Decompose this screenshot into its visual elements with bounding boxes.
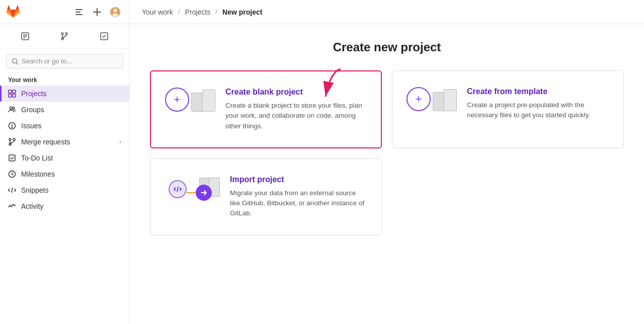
- search-placeholder: Search or go to...: [22, 57, 72, 65]
- issues-icon: [8, 122, 16, 130]
- svg-point-10: [61, 33, 63, 35]
- projects-icon: [8, 90, 16, 98]
- sidebar-item-projects[interactable]: Projects: [0, 86, 129, 102]
- svg-point-23: [12, 127, 12, 127]
- svg-rect-1: [75, 12, 80, 13]
- svg-point-20: [13, 107, 15, 109]
- svg-point-4: [114, 9, 117, 12]
- sidebar-toggle-button[interactable]: [71, 4, 87, 20]
- breadcrumb-separator-1: /: [178, 8, 180, 16]
- sidebar-item-snippets[interactable]: Snippets: [0, 182, 129, 198]
- blank-project-plus-circle: +: [165, 88, 189, 112]
- sidebar-item-issues[interactable]: Issues: [0, 118, 129, 134]
- breadcrumb-current: New project: [222, 8, 262, 16]
- svg-point-24: [9, 138, 11, 140]
- arrow-right-icon: [200, 189, 207, 196]
- svg-point-5: [113, 13, 118, 17]
- blank-project-title: Create blank project: [225, 88, 367, 97]
- your-work-section-label: Your work: [0, 73, 129, 86]
- sidebar: Search or go to... Your work Projects Gr…: [0, 0, 130, 324]
- sidebar-item-todo-list[interactable]: To-Do List: [0, 150, 129, 166]
- sidebar-nav: Projects Groups Issues Merge requests ›: [0, 86, 129, 214]
- user-avatar-button[interactable]: [107, 4, 123, 20]
- sidebar-item-groups[interactable]: Groups: [0, 102, 129, 118]
- sidebar-item-milestones-label: Milestones: [21, 170, 55, 178]
- activity-icon: [8, 202, 16, 210]
- create-blank-project-card[interactable]: + Create blank project Create a blank pr…: [150, 70, 382, 148]
- blank-project-icon: +: [165, 88, 215, 112]
- search-bar[interactable]: Search or go to...: [6, 54, 123, 68]
- sidebar-item-merge-requests[interactable]: Merge requests ›: [0, 134, 129, 150]
- main-content: Your work / Projects / New project Creat…: [130, 0, 644, 324]
- gitlab-logo-icon: [6, 5, 20, 19]
- svg-rect-15: [9, 90, 12, 93]
- page-title: Create new project: [150, 40, 624, 54]
- merge-requests-icon: [8, 138, 16, 146]
- create-from-template-card[interactable]: + Create from template Create a project …: [392, 70, 624, 148]
- groups-icon: [8, 106, 16, 114]
- import-description: Migrate your data from an external sourc…: [230, 188, 367, 219]
- import-project-icon: [165, 175, 220, 210]
- sidebar-header: [0, 0, 129, 24]
- import-text: Import project Migrate your data from an…: [230, 175, 367, 219]
- sidebar-item-groups-label: Groups: [21, 106, 44, 114]
- template-icon: +: [407, 87, 457, 111]
- snippets-icon: [8, 186, 16, 194]
- template-text: Create from template Create a project pr…: [467, 87, 609, 121]
- quick-nav-icons: [0, 24, 129, 49]
- issues-quick-icon[interactable]: [6, 28, 44, 44]
- svg-rect-18: [13, 94, 16, 97]
- new-item-button[interactable]: [89, 4, 105, 20]
- sidebar-item-activity-label: Activity: [21, 202, 43, 210]
- template-description: Create a project pre-populated with the …: [467, 100, 609, 121]
- merge-requests-quick-icon[interactable]: [45, 28, 84, 44]
- merge-requests-chevron-icon: ›: [119, 138, 121, 145]
- breadcrumb-your-work[interactable]: Your work: [142, 8, 173, 16]
- blank-project-description: Create a blank project to store your fil…: [225, 101, 367, 131]
- svg-point-19: [10, 107, 13, 110]
- code-icon: [174, 185, 182, 193]
- sidebar-item-milestones[interactable]: Milestones: [0, 166, 129, 182]
- template-plus-circle: +: [407, 87, 431, 111]
- svg-point-26: [13, 138, 15, 140]
- milestones-icon: [8, 170, 16, 178]
- breadcrumb: Your work / Projects / New project: [130, 0, 644, 24]
- svg-rect-17: [9, 94, 12, 97]
- todo-quick-icon[interactable]: [85, 28, 123, 44]
- sidebar-item-todo-list-label: To-Do List: [21, 154, 53, 162]
- blank-project-text: Create blank project Create a blank proj…: [225, 88, 367, 131]
- todo-list-icon: [8, 154, 16, 162]
- svg-rect-0: [75, 9, 83, 10]
- svg-rect-16: [13, 90, 16, 93]
- search-icon: [12, 58, 19, 65]
- import-project-card[interactable]: Import project Migrate your data from an…: [150, 158, 382, 235]
- sidebar-header-icons: [71, 4, 123, 20]
- svg-rect-2: [75, 14, 83, 15]
- import-title: Import project: [230, 175, 367, 184]
- breadcrumb-separator-2: /: [215, 8, 217, 16]
- template-title: Create from template: [467, 87, 609, 96]
- sidebar-item-issues-label: Issues: [21, 122, 41, 130]
- sidebar-item-projects-label: Projects: [21, 90, 47, 98]
- content-area: Create new project +: [130, 24, 644, 324]
- breadcrumb-projects[interactable]: Projects: [185, 8, 211, 16]
- project-cards-grid: + Create blank project Create a blank pr…: [150, 70, 624, 235]
- sidebar-item-activity[interactable]: Activity: [0, 198, 129, 214]
- svg-point-12: [65, 33, 67, 35]
- sidebar-item-snippets-label: Snippets: [21, 186, 48, 194]
- sidebar-item-merge-requests-label: Merge requests: [21, 138, 70, 146]
